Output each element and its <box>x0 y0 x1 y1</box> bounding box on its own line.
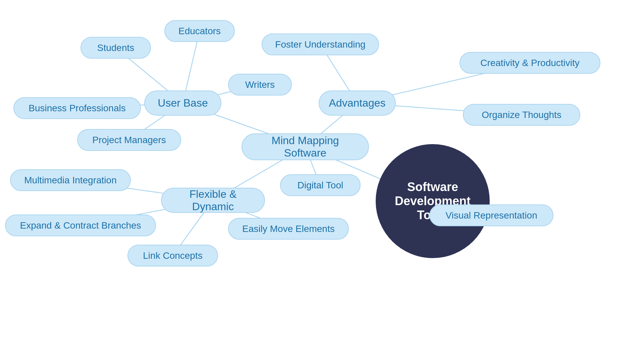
node-students[interactable]: Students <box>80 37 151 59</box>
node-user_base[interactable]: User Base <box>144 90 221 116</box>
node-creativity[interactable]: Creativity & Productivity <box>460 52 600 74</box>
node-mind_mapping[interactable]: Mind Mapping Software <box>241 133 369 160</box>
node-digital_tool[interactable]: Digital Tool <box>280 174 361 196</box>
node-flexible[interactable]: Flexible & Dynamic <box>161 188 265 213</box>
node-foster[interactable]: Foster Understanding <box>262 34 379 55</box>
node-center[interactable]: Software Development Tools <box>376 144 490 258</box>
node-writers[interactable]: Writers <box>228 74 292 96</box>
node-move[interactable]: Easily Move Elements <box>228 218 349 240</box>
node-project_managers[interactable]: Project Managers <box>77 129 181 151</box>
node-business[interactable]: Business Professionals <box>13 97 141 119</box>
node-educators[interactable]: Educators <box>164 20 235 42</box>
node-advantages[interactable]: Advantages <box>319 90 396 116</box>
node-expand[interactable]: Expand & Contract Branches <box>5 215 156 236</box>
node-organize[interactable]: Organize Thoughts <box>463 104 580 126</box>
node-visual[interactable]: Visual Representation <box>429 204 553 226</box>
node-link[interactable]: Link Concepts <box>127 245 218 266</box>
node-multimedia[interactable]: Multimedia Integration <box>10 169 131 191</box>
